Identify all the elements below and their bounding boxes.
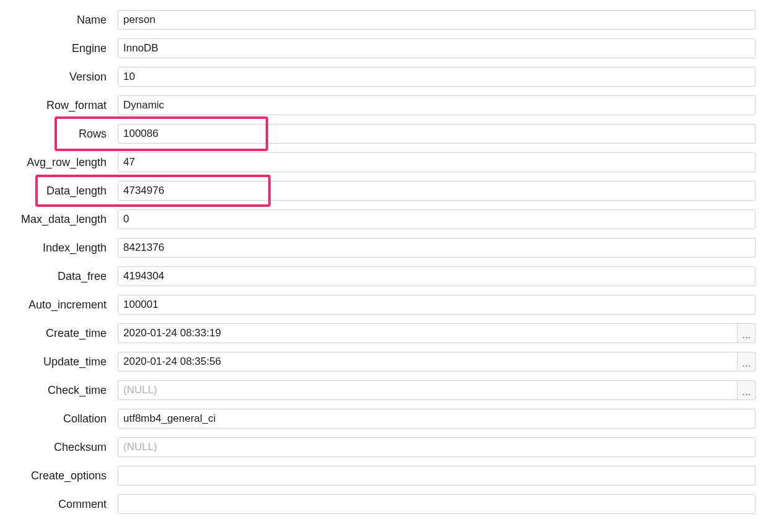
label-version: Version (12, 71, 118, 84)
row-name: Name (12, 10, 756, 30)
row-create-time: Create_time ... (12, 323, 756, 343)
input-max-data-length[interactable] (118, 209, 756, 229)
row-create-options: Create_options (12, 466, 756, 486)
input-rows[interactable] (118, 124, 756, 144)
row-check-time: Check_time ... (12, 380, 756, 400)
label-row-format: Row_format (12, 99, 118, 112)
label-rows: Rows (12, 128, 118, 141)
row-max-data-length: Max_data_length (12, 209, 756, 229)
row-row-format: Row_format (12, 95, 756, 115)
input-auto-increment[interactable] (118, 295, 756, 315)
check-time-group: ... (118, 380, 756, 400)
label-comment: Comment (12, 498, 118, 511)
input-index-length[interactable] (118, 238, 756, 258)
ellipsis-icon: ... (742, 359, 750, 368)
ellipsis-icon: ... (742, 330, 750, 340)
label-name: Name (12, 14, 118, 27)
label-auto-increment: Auto_increment (12, 299, 118, 312)
row-auto-increment: Auto_increment (12, 295, 756, 315)
input-engine[interactable] (118, 38, 756, 58)
label-update-time: Update_time (12, 355, 118, 368)
table-status-form: Name Engine Version Row_format Rows Avg_… (12, 10, 756, 514)
label-max-data-length: Max_data_length (12, 213, 118, 226)
input-row-format[interactable] (118, 95, 756, 115)
input-comment[interactable] (118, 494, 756, 514)
input-version[interactable] (118, 67, 756, 87)
row-checksum: Checksum (12, 437, 756, 457)
row-data-length: Data_length (12, 181, 756, 201)
label-data-length: Data_length (12, 185, 118, 198)
update-time-group: ... (118, 352, 756, 372)
label-data-free: Data_free (12, 270, 118, 283)
row-avg-row-length: Avg_row_length (12, 152, 756, 172)
row-index-length: Index_length (12, 238, 756, 258)
label-create-time: Create_time (12, 327, 118, 340)
create-time-group: ... (118, 323, 756, 343)
row-collation: Collation (12, 409, 756, 429)
update-time-picker-button[interactable]: ... (737, 352, 756, 372)
label-create-options: Create_options (12, 469, 118, 482)
row-comment: Comment (12, 494, 756, 514)
row-engine: Engine (12, 38, 756, 58)
input-check-time[interactable] (118, 380, 737, 400)
check-time-picker-button[interactable]: ... (737, 380, 756, 400)
input-create-time[interactable] (118, 323, 737, 343)
input-data-free[interactable] (118, 266, 756, 286)
row-rows: Rows (12, 124, 756, 144)
input-data-length[interactable] (118, 181, 756, 201)
create-time-picker-button[interactable]: ... (737, 323, 756, 343)
label-check-time: Check_time (12, 384, 118, 397)
input-update-time[interactable] (118, 352, 737, 372)
row-data-free: Data_free (12, 266, 756, 286)
label-avg-row-length: Avg_row_length (12, 156, 118, 169)
ellipsis-icon: ... (742, 387, 750, 397)
input-avg-row-length[interactable] (118, 152, 756, 172)
row-update-time: Update_time ... (12, 352, 756, 372)
label-index-length: Index_length (12, 242, 118, 255)
label-checksum: Checksum (12, 441, 118, 454)
label-collation: Collation (12, 412, 118, 425)
input-create-options[interactable] (118, 466, 756, 486)
label-engine: Engine (12, 42, 118, 55)
input-collation[interactable] (118, 409, 756, 429)
input-checksum[interactable] (118, 437, 756, 457)
row-version: Version (12, 67, 756, 87)
input-name[interactable] (118, 10, 756, 30)
